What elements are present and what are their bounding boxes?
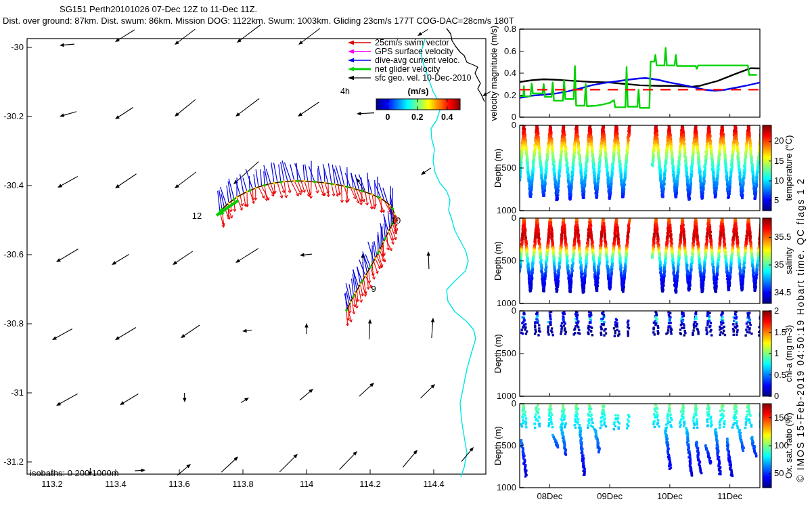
figure-title: SG151 Perth20101026 07-Dec 12Z to 11-Dec… (60, 4, 257, 14)
legend-item-label: GPS surface velocity (375, 47, 454, 56)
colorbar-ox: 50100150Ox. sat. ratio (%) (763, 404, 794, 488)
colorbar-label-ox: Ox. sat. ratio (%) (784, 412, 794, 479)
tick-label: 50 (774, 468, 784, 478)
tick-label: -30.8 (3, 318, 24, 329)
tick-label: 0.2 (504, 90, 516, 100)
tick-label: 113.4 (105, 479, 127, 489)
tick-label: -30 (11, 42, 24, 52)
tick-label: 35.5 (774, 232, 791, 242)
tick-label: 5 (774, 195, 779, 205)
tick-label: 500 (501, 163, 516, 173)
tick-label: 0.4 (504, 68, 516, 78)
tick-label: 0 (386, 112, 390, 122)
attribution: © IMOS 15-Feb-2019 04:50:19 Hobart time.… (795, 177, 806, 482)
date-tick-label: 08Dec (537, 491, 563, 501)
tick-label: 114.2 (359, 479, 381, 489)
dive-label: 9 (371, 284, 376, 294)
tick-label: -31.2 (3, 457, 24, 467)
tick-label: 20 (774, 135, 784, 146)
colorbar-label-chl: chl-a (mg m-3) (784, 325, 794, 383)
tick-label: 35 (774, 259, 784, 270)
tick-label: 500 (501, 255, 516, 266)
coastline (447, 28, 484, 102)
tick-label: -31 (11, 387, 24, 398)
figure-root: SG151 Perth20101026 07-Dec 12Z to 11-Dec… (0, 0, 812, 508)
velocity-panel: 00.20.40.60.8velocity magnitude (m/s) (489, 24, 760, 122)
legend-item-label: dive-avg current veloc. (375, 56, 460, 65)
dive-label: 12 (192, 211, 202, 221)
tick-label: 114.4 (423, 479, 445, 489)
series-dive-avg-current-veloc- (520, 78, 760, 98)
date-tick-label: 11Dec (717, 491, 742, 501)
colorbar-temp: 5101520temperature (°C) (763, 125, 794, 211)
colorbar-chl: 00.511.52chl-a (mg m-3) (763, 305, 794, 401)
tick-label: 0.6 (504, 46, 516, 56)
tick-label: 0 (512, 305, 516, 316)
tick-label: 0 (774, 391, 779, 401)
legend-item-label: sfc geo. vel. 10-Dec-2010 (375, 73, 471, 83)
depth-panel-temp: 05001000Depth (m) (493, 120, 760, 215)
depth-ylabel: Depth (m) (493, 426, 503, 465)
map-legend: 25cm/s swim vectorGPS surface velocitydi… (340, 38, 471, 122)
colorbar-label-sal: salinity (784, 247, 794, 274)
attribution-text: © IMOS 15-Feb-2019 04:50:19 Hobart time.… (795, 177, 806, 482)
dive-label: 10 (391, 215, 401, 226)
depth-ylabel: Depth (m) (493, 148, 503, 188)
depth-panel-sal: 05001000Depth (m) (493, 213, 760, 308)
depth-ylabel: Depth (m) (493, 334, 503, 373)
tick-label: 0 (512, 120, 516, 130)
figure-subtitle: Dist. over ground: 87km. Dist. swum: 86k… (3, 16, 514, 26)
tick-label: 0 (512, 398, 516, 408)
date-tick-label: 10Dec (657, 491, 683, 501)
tick-label: 113.8 (232, 479, 254, 489)
series-sfc-geo-vel- (520, 68, 760, 87)
tick-label: 0 (512, 213, 516, 223)
colorbar-sal: 34.53535.5salinity (763, 218, 794, 303)
depth-panel-chl: 05001000Depth (m) (493, 305, 760, 401)
isobath-note: isobaths: 0 200 1000m (30, 468, 119, 478)
depth-ylabel: Depth (m) (493, 241, 503, 280)
glider-track (217, 161, 398, 326)
legend-item-label: 25cm/s swim vector (375, 38, 449, 47)
colorbar-label-temp: temperature (°C) (784, 135, 794, 201)
tick-label: 15 (774, 156, 784, 166)
tick-label: -30.4 (3, 180, 24, 190)
legend-duration: 4h (340, 87, 350, 96)
tick-label: 500 (501, 348, 516, 358)
tick-label: 1000 (497, 482, 516, 492)
tick-label: 0.4 (441, 112, 453, 122)
tick-label: 1 (774, 348, 779, 358)
tick-label: -30.2 (3, 111, 24, 121)
tick-label: 34.5 (774, 287, 791, 297)
time-axis-labels: 08Dec09Dec10Dec11Dec (537, 491, 743, 501)
date-tick-label: 09Dec (597, 491, 623, 501)
tick-label: 2 (774, 305, 779, 316)
tick-label: 500 (501, 440, 516, 450)
tick-label: 113.6 (168, 479, 190, 489)
tick-label: -30.6 (3, 249, 24, 259)
velocity-ylabel: velocity magnitude (m/s) (489, 26, 499, 121)
tick-label: 113.2 (41, 479, 63, 489)
tick-label: 0.2 (411, 112, 423, 122)
depth-panel-ox: 05001000Depth (m) (493, 398, 760, 492)
isobath-note: isobaths: 0 200 1000m (30, 468, 119, 478)
legend-item-label: net glider velocity (375, 64, 441, 74)
figure-canvas: 113.2113.4113.6113.8114114.2114.4-30-30.… (0, 0, 812, 508)
legend-colorbar-title: (m/s) (407, 86, 428, 96)
tick-label: 10 (774, 175, 784, 186)
tick-label: 114 (300, 479, 314, 489)
